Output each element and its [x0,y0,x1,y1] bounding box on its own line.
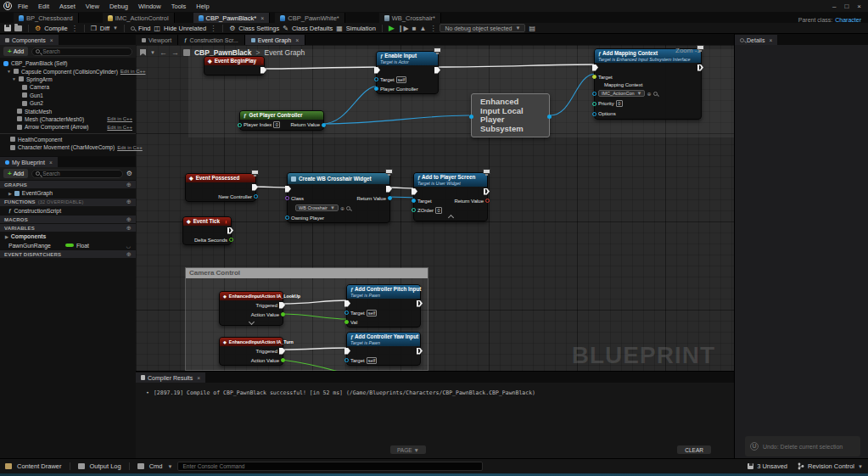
unreal-logo-icon[interactable]: U [3,2,12,10]
window-minimize-button[interactable]: – [832,3,836,10]
class-pin[interactable] [285,196,289,200]
tab-close-icon[interactable]: × [260,15,264,21]
forward-arrow-icon[interactable]: → [171,48,179,57]
target-pin[interactable] [592,75,596,79]
node-get-player-controller[interactable]: ƒ Get Player Controller Player Index 0 R… [239,110,324,131]
tab-close-icon[interactable]: × [295,37,299,43]
chevron-down-icon[interactable]: ▼ [113,25,118,31]
menu-file[interactable]: File [14,3,32,10]
my-blueprint-search[interactable] [31,170,123,178]
return-value-pin[interactable] [388,196,392,200]
comment-title[interactable]: Camera Control [186,268,428,278]
node-event-possessed[interactable]: ◆ Event Possessed New Controller [185,173,256,202]
output-log-button[interactable]: Output Log [90,462,121,470]
input-pin[interactable] [469,115,473,119]
node-ia-lookup[interactable]: ◆ EnhancedInputAction IA_LookUp Triggere… [219,291,283,326]
edit-in-cpp-link[interactable]: Edit in C++ [107,116,132,121]
frame-skip-button[interactable]: ❙▶ [398,25,409,32]
menu-asset[interactable]: Asset [55,3,80,10]
save-icon[interactable] [4,25,11,31]
variable-pawngunrange[interactable]: PawnGunRange Float ◡ [0,241,136,250]
zorder-value[interactable]: 0 [435,207,442,214]
components-search-input[interactable] [42,48,128,54]
tree-row-healthcomponent[interactable]: HealthComponent [0,136,136,143]
eject-button[interactable]: ▲ [420,25,427,32]
compile-options-icon[interactable]: ⋮ [71,25,78,32]
event-graph-editor[interactable]: Viewport ƒ Construction Scr... Event Gra… [136,34,734,371]
edit-in-cpp-link[interactable]: Edit in C++ [120,69,146,74]
edit-in-cpp-link[interactable]: Edit in C++ [117,145,143,150]
tab-wb-crosshair[interactable]: WB_Crosshair* [379,13,441,23]
add-variable-icon[interactable]: ⊕ [126,225,132,232]
zorder-pin[interactable] [412,208,416,212]
target-self-box[interactable]: self [396,76,407,83]
target-self-box[interactable]: self [367,310,378,316]
filter-gear-icon[interactable]: ⚙ [126,170,132,177]
section-event-dispatchers[interactable]: EVENT DISPATCHERS ⊕ [0,249,136,258]
add-blueprint-item-button[interactable]: + Add [3,169,28,178]
exec-in-pin[interactable] [412,188,417,195]
tree-row-gun2[interactable]: Gun2 [0,99,136,107]
section-functions[interactable]: FUNCTIONS (32 OVERRIDABLE) ⊕ [0,198,136,206]
tree-row-charactermovement[interactable]: Character Movement (CharMoveComp) Edit i… [0,143,136,151]
use-selected-icon[interactable]: ⊕ [340,205,344,211]
node-add-to-player-screen[interactable]: ƒ Add to Player Screen Target is User Wi… [413,172,488,221]
find-button[interactable]: Find [138,25,151,32]
tab-imc-actioncontrol[interactable]: IMC_ActionControl [103,13,175,23]
tab-components[interactable]: Components × [0,35,59,45]
node-enable-input[interactable]: ƒ Enable Input Target is Actor Target se… [376,51,439,94]
browse-asset-icon[interactable] [653,92,658,96]
console-command-input[interactable] [182,463,478,469]
compile-button[interactable]: Compile [44,25,68,32]
tree-row-capsule[interactable]: ▼ Capsule Component (CollisionCylinder) … [0,67,136,75]
action-value-pin[interactable] [281,358,285,362]
browse-icon[interactable] [14,25,22,31]
diff-button[interactable]: Diff [100,25,109,32]
window-maximize-button[interactable]: □ [844,3,848,10]
class-settings-button[interactable]: Class Settings [238,25,279,32]
add-macro-icon[interactable]: ⊕ [126,216,132,223]
menu-edit[interactable]: Edit [34,3,53,10]
tree-row-gun1[interactable]: Gun1 [0,92,136,99]
exec-in-pin[interactable] [285,186,291,193]
action-value-pin[interactable] [281,312,285,316]
visibility-eye-icon[interactable]: ◡ [126,243,131,249]
priority-pin[interactable] [592,102,596,106]
use-selected-icon[interactable]: ⊕ [647,91,651,97]
collapse-chevron-icon[interactable] [447,215,453,221]
unsaved-button[interactable]: 3 Unsaved [748,462,787,470]
node-create-widget[interactable]: Create WB Crosshair Widget Class Return … [287,172,390,223]
mapping-context-dropdown[interactable]: IMC_ActionCon ▼ [598,90,645,97]
priority-value[interactable]: 0 [616,100,623,107]
hide-unrelated-options-icon[interactable]: ⋮ [210,25,216,32]
add-dispatcher-icon[interactable]: ⊕ [126,251,132,258]
node-event-tick[interactable]: ◆ Event Tick Delta Seconds [182,216,232,245]
target-self-box[interactable]: self [367,357,378,364]
player-index-pin[interactable] [238,123,242,127]
menu-window[interactable]: Window [134,3,165,10]
section-variables[interactable]: VARIABLES ⊕ [0,223,136,232]
exec-in-pin[interactable] [374,67,380,74]
return-value-pin[interactable] [485,199,490,203]
expand-arrow-icon[interactable]: ▼ [7,69,11,74]
node-enhanced-input-subsystem[interactable]: Enhanced Input Local Player Subsystem [471,93,550,137]
node-add-controller-pitch[interactable]: ƒ Add Controller Pitch Input Target is P… [346,284,421,328]
expand-arrow-icon[interactable]: ▼ [12,76,16,81]
new-controller-pin[interactable] [254,194,258,199]
exec-in-pin[interactable] [344,300,350,307]
debug-object-dropdown[interactable]: No debug object selected ▼ [440,24,525,32]
parent-class-link[interactable]: Character [835,17,861,23]
compile-icon[interactable]: ⚙ [35,25,41,32]
stop-button[interactable]: ■ [412,25,417,32]
add-component-button[interactable]: + Add [3,47,28,56]
page-dropdown[interactable]: PAGE ▼ [390,445,426,454]
tab-close-icon[interactable]: × [197,375,200,381]
cmd-dropdown[interactable]: Cmd [149,462,163,470]
node-add-controller-yaw[interactable]: ƒ Add Controller Yaw Input Target is Paw… [346,332,421,366]
mapping-context-pin[interactable] [592,92,596,96]
tree-row-mesh[interactable]: Mesh (CharacterMesh0) Edit in C++ [0,115,136,123]
simulation-button[interactable]: Simulation [346,25,376,32]
back-arrow-icon[interactable]: ← [160,48,167,57]
console-command-bar[interactable] [177,462,483,471]
delta-seconds-pin[interactable] [229,238,233,242]
